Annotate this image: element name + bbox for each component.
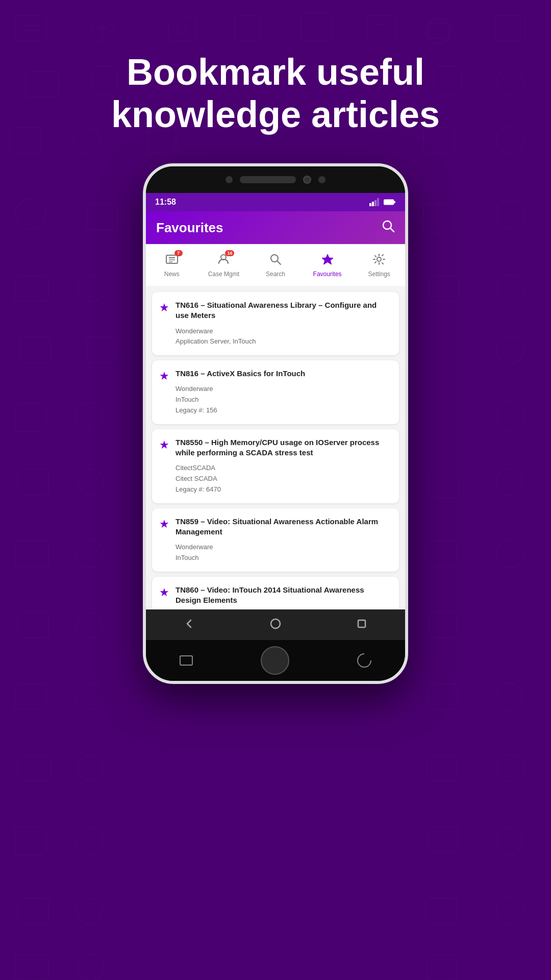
status-icons (369, 198, 396, 206)
star-icon-tn859: ★ (159, 518, 169, 564)
svg-line-80 (390, 228, 394, 232)
svg-point-34 (79, 275, 105, 302)
nav-item-casemgmt[interactable]: 16 Case Mgmt (198, 244, 250, 286)
recents-button[interactable] (356, 618, 367, 632)
headline: Bookmark useful knowledge articles (0, 51, 551, 136)
svg-rect-53 (429, 612, 457, 638)
svg-rect-70 (15, 954, 48, 980)
nav-item-search[interactable]: Search (249, 244, 302, 286)
signal-icon (369, 198, 380, 206)
svg-point-63 (76, 827, 103, 855)
news-icon: 7 (165, 253, 179, 268)
battery-icon (384, 199, 396, 206)
star-icon-tn816: ★ (159, 370, 169, 416)
svg-point-48 (76, 540, 103, 568)
article-meta-tn616: Wonderware Application Server, InTouch (176, 326, 391, 348)
nav-label-settings: Settings (368, 271, 390, 278)
article-meta-tn8550: CitectSCADA Citect SCADA Legacy #: 6470 (176, 463, 391, 495)
svg-rect-78 (394, 201, 395, 203)
article-card-tn860[interactable]: ★ TN860 – Video: InTouch 2014 Situationa… (152, 577, 399, 609)
svg-point-42 (496, 402, 524, 430)
svg-rect-74 (372, 202, 374, 206)
svg-point-32 (496, 200, 524, 229)
news-badge: 7 (174, 250, 183, 256)
article-content-tn860: TN860 – Video: InTouch 2014 Situational … (176, 585, 391, 609)
header-search-icon[interactable] (382, 219, 395, 236)
svg-rect-43 (18, 470, 48, 495)
article-title-tn860: TN860 – Video: InTouch 2014 Situational … (176, 585, 391, 606)
svg-rect-14 (429, 23, 449, 38)
search-icon (269, 253, 282, 268)
svg-point-65 (496, 828, 522, 854)
article-meta-tn816: Wonderware InTouch Legacy #: 156 (176, 384, 305, 415)
svg-rect-37 (20, 337, 51, 362)
svg-rect-40 (15, 403, 46, 431)
favourites-icon (321, 253, 334, 268)
svg-rect-8 (235, 15, 260, 41)
svg-rect-35 (429, 276, 459, 301)
svg-rect-62 (15, 827, 46, 855)
svg-rect-47 (15, 541, 48, 567)
svg-point-57 (495, 683, 523, 710)
status-time: 11:58 (155, 198, 176, 207)
nav-item-news[interactable]: 7 News (146, 244, 198, 286)
svg-point-59 (78, 755, 104, 781)
back-button[interactable] (184, 618, 195, 632)
android-nav (146, 609, 405, 640)
article-card-tn859[interactable]: ★ TN859 – Video: Situational Awareness A… (152, 508, 399, 572)
article-content-tn816: TN816 – ActiveX Basics for InTouch Wonde… (176, 369, 305, 416)
svg-point-52 (77, 612, 102, 638)
bottom-nav: 7 News 16 Case Mgmt (146, 244, 405, 286)
svg-rect-72 (427, 954, 457, 980)
article-meta-tn859: Wonderware InTouch (176, 542, 391, 564)
nav-item-settings[interactable]: Settings (353, 244, 405, 286)
svg-rect-15 (495, 15, 525, 41)
svg-rect-91 (358, 620, 365, 627)
article-card-tn8550[interactable]: ★ TN8550 – High Memory/CPU usage on IOSe… (152, 429, 399, 503)
article-card-tn616[interactable]: ★ TN616 – Situational Awareness Library … (152, 292, 399, 355)
star-icon-tn860: ★ (159, 586, 169, 609)
svg-point-44 (78, 470, 104, 495)
svg-rect-38 (87, 337, 115, 362)
status-bar: 11:58 (146, 193, 405, 211)
svg-rect-10 (301, 13, 332, 41)
recent-apps-button[interactable] (180, 655, 193, 666)
svg-rect-64 (428, 827, 458, 852)
article-content-tn616: TN616 – Situational Awareness Library – … (176, 300, 391, 347)
nav-item-favourites[interactable]: Favourites (302, 244, 354, 286)
svg-point-13 (426, 18, 452, 43)
svg-point-36 (496, 275, 524, 302)
article-title-tn616: TN616 – Situational Awareness Library – … (176, 300, 391, 321)
article-content-tn859: TN859 – Video: Situational Awareness Act… (176, 517, 391, 564)
svg-rect-73 (369, 203, 371, 206)
svg-line-87 (277, 261, 281, 264)
article-title-tn859: TN859 – Video: Situational Awareness Act… (176, 517, 391, 537)
home-button[interactable] (270, 618, 281, 632)
svg-rect-45 (428, 472, 458, 498)
home-hardware-button[interactable] (261, 646, 289, 675)
svg-point-29 (15, 199, 46, 230)
article-card-tn816[interactable]: ★ TN816 – ActiveX Basics for InTouch Won… (152, 360, 399, 424)
app-header: Favourites (146, 211, 405, 244)
svg-point-55 (76, 683, 103, 710)
app-title: Favourites (156, 220, 223, 236)
svg-rect-75 (374, 200, 377, 206)
phone-dot-right (318, 176, 325, 183)
svg-rect-66 (18, 898, 48, 924)
nav-label-search: Search (266, 271, 285, 278)
svg-marker-88 (322, 254, 333, 264)
svg-rect-56 (428, 684, 458, 709)
phone-chin (146, 640, 405, 681)
svg-rect-31 (423, 204, 454, 232)
svg-rect-77 (384, 200, 394, 205)
phone-device: 11:58 Favourites (143, 163, 408, 684)
back-hardware-button[interactable] (354, 650, 374, 671)
nav-label-favourites: Favourites (313, 271, 342, 278)
svg-rect-54 (15, 684, 46, 709)
article-content-tn8550: TN8550 – High Memory/CPU usage on IOServ… (176, 437, 391, 495)
svg-point-71 (78, 954, 104, 980)
svg-rect-30 (87, 204, 117, 230)
svg-point-50 (496, 540, 524, 568)
svg-rect-58 (18, 755, 51, 781)
svg-rect-76 (377, 198, 379, 206)
